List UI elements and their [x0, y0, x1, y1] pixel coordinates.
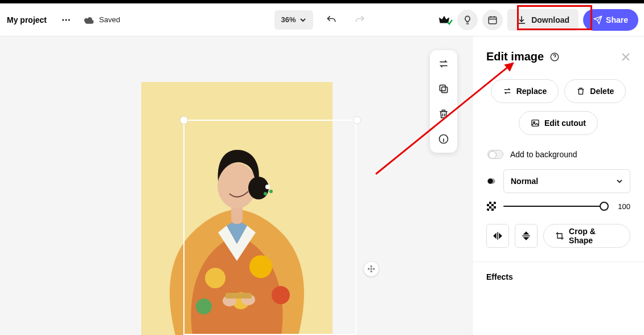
close-panel-icon[interactable]	[621, 52, 630, 62]
share-label: Share	[606, 15, 628, 24]
move-handle[interactable]	[363, 261, 379, 277]
svg-point-25	[490, 178, 495, 183]
subject-image[interactable]	[141, 119, 333, 335]
delete-label: Delete	[590, 87, 614, 96]
flip-vertical-button[interactable]	[515, 224, 538, 248]
crop-shape-label: Crop & Shape	[569, 227, 618, 245]
project-title[interactable]: My project	[7, 15, 47, 24]
add-to-background-toggle[interactable]: Add to background	[487, 150, 629, 159]
svg-rect-17	[225, 293, 252, 299]
svg-rect-22	[532, 120, 539, 126]
delete-button[interactable]: Delete	[564, 79, 626, 103]
opacity-slider[interactable]	[503, 206, 608, 207]
app-header: My project Saved 36%	[0, 3, 644, 36]
download-icon	[516, 15, 527, 25]
saved-label: Saved	[99, 15, 120, 24]
edit-image-panel: Edit image Replace Delete Edit cutout	[472, 36, 644, 335]
undo-button[interactable]	[321, 10, 342, 30]
svg-point-14	[264, 192, 267, 195]
effects-section-title: Effects	[486, 272, 630, 281]
chevron-down-icon	[616, 178, 623, 185]
header-right-controls: Download Share	[438, 9, 638, 31]
delete-icon	[576, 87, 585, 96]
save-status: Saved	[83, 15, 120, 24]
panel-title: Edit image	[486, 50, 544, 63]
svg-point-2	[68, 19, 70, 21]
svg-rect-19	[440, 85, 445, 91]
slider-knob[interactable]	[600, 202, 609, 211]
svg-point-0	[62, 19, 64, 21]
edit-cutout-button[interactable]: Edit cutout	[519, 111, 598, 135]
more-options-icon[interactable]	[56, 10, 76, 30]
replace-label: Replace	[516, 87, 547, 96]
opacity-icon	[486, 201, 497, 211]
blend-mode-select[interactable]: Normal	[503, 169, 630, 193]
selection-handle-tl[interactable]	[180, 116, 188, 124]
panel-divider	[473, 262, 644, 262]
canvas-floating-toolbar	[430, 50, 457, 153]
duplicate-icon[interactable]	[437, 82, 450, 96]
opacity-value: 100	[614, 202, 630, 211]
share-button[interactable]: Share	[583, 9, 638, 31]
svg-rect-33	[489, 209, 491, 211]
chevron-down-icon	[300, 17, 306, 23]
replace-icon	[503, 87, 512, 96]
canvas-workspace[interactable]	[0, 36, 472, 335]
svg-point-13	[269, 190, 273, 193]
blend-mode-icon	[486, 176, 497, 186]
blend-mode-value: Normal	[511, 177, 538, 186]
info-icon[interactable]	[437, 132, 450, 146]
add-to-background-label: Add to background	[510, 150, 577, 159]
svg-point-4	[205, 268, 225, 288]
svg-rect-28	[491, 202, 494, 204]
trash-icon[interactable]	[437, 107, 450, 121]
artboard[interactable]	[141, 82, 333, 335]
cloud-icon	[83, 16, 95, 24]
edit-cutout-label: Edit cutout	[544, 119, 586, 128]
svg-point-12	[265, 185, 270, 189]
svg-point-6	[272, 286, 290, 304]
premium-icon[interactable]	[438, 14, 453, 26]
crop-icon	[555, 231, 564, 240]
svg-rect-32	[491, 206, 494, 209]
hint-icon[interactable]	[457, 10, 478, 30]
svg-rect-29	[489, 204, 491, 206]
zoom-dropdown[interactable]: 36%	[274, 10, 313, 30]
help-icon[interactable]	[549, 52, 560, 62]
selection-handle-tr[interactable]	[353, 116, 361, 124]
calendar-icon[interactable]	[482, 10, 503, 30]
svg-rect-18	[442, 87, 448, 93]
toggle-switch-icon[interactable]	[487, 150, 503, 159]
download-label: Download	[531, 15, 569, 24]
crop-shape-button[interactable]: Crop & Shape	[543, 224, 630, 248]
image-icon	[531, 119, 540, 128]
flip-horizontal-button[interactable]	[486, 224, 509, 248]
svg-rect-3	[489, 17, 497, 23]
svg-rect-34	[494, 209, 496, 211]
zoom-value: 36%	[281, 15, 296, 24]
svg-rect-30	[494, 204, 496, 206]
swap-icon[interactable]	[437, 57, 450, 71]
svg-rect-31	[487, 206, 489, 209]
paper-plane-icon	[593, 15, 602, 24]
replace-button[interactable]: Replace	[491, 79, 559, 103]
svg-point-7	[196, 299, 212, 314]
svg-point-1	[65, 19, 67, 21]
download-button[interactable]: Download	[507, 9, 579, 31]
header-center-controls: 36%	[274, 10, 370, 30]
svg-point-5	[249, 255, 272, 278]
svg-rect-27	[487, 202, 489, 204]
redo-button[interactable]	[350, 10, 370, 30]
